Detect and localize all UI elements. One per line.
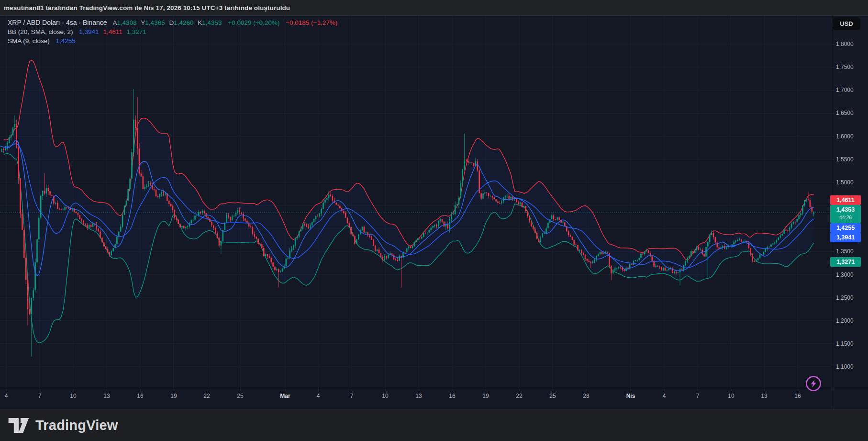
time-axis-label: 10 <box>721 392 742 400</box>
legend-symbol-row: XRP / ABD Doları · 4sa · Binance A1,4308… <box>8 18 337 27</box>
price-axis-tick <box>832 136 835 137</box>
time-axis-label: 4 <box>308 392 329 400</box>
time-axis-label: 10 <box>375 392 396 400</box>
price-axis-tick <box>832 251 835 252</box>
bb-lower-tag: 1,3271 <box>830 257 861 267</box>
time-axis-label: 28 <box>576 392 597 400</box>
change-positive: +0,0029 (+0,20%) <box>228 19 279 26</box>
price-axis-tick <box>832 344 835 344</box>
price-axis-label: 1,6000 <box>836 133 866 140</box>
high-prefix: Y <box>141 19 145 26</box>
time-axis-label: 7 <box>341 392 362 400</box>
price-axis-tick <box>832 159 835 160</box>
time-axis-label: 13 <box>96 392 117 400</box>
currency-toggle-button[interactable]: USD <box>833 17 860 30</box>
price-axis-tick <box>832 321 835 321</box>
price-axis-tick <box>832 67 835 68</box>
time-axis-label: 22 <box>509 392 530 400</box>
tradingview-logo-text[interactable]: TradingView <box>35 418 118 433</box>
time-axis-separator <box>0 389 868 389</box>
price-axis-label: 1,2000 <box>836 317 866 325</box>
time-axis-label: 19 <box>475 392 496 400</box>
price-axis-label: 1,8000 <box>836 40 866 48</box>
bb-label: BB (20, SMA, close, 2) <box>8 28 73 35</box>
bb-basis-tag: 1,3941 <box>830 233 861 242</box>
bb-basis-value: 1,3941 <box>79 28 99 35</box>
sma-label: SMA (9, close) <box>8 37 50 45</box>
time-axis-label: 16 <box>787 392 808 400</box>
grid-lines <box>0 16 832 389</box>
price-axis-label: 1,5000 <box>836 179 866 186</box>
attribution-bar: mesutinan81 tarafından TradingView.com i… <box>0 0 868 16</box>
price-axis-label: 1,2500 <box>836 294 866 302</box>
price-axis-label: 1,7500 <box>836 63 866 71</box>
low-prefix: D <box>169 19 174 26</box>
bb-lower-value: 1,3271 <box>126 28 146 35</box>
price-axis-tick <box>832 182 835 183</box>
close-value: 1,4353 <box>202 19 222 26</box>
last-price-tag: 1,435344:26 <box>830 205 861 223</box>
lightning-button[interactable] <box>805 375 822 392</box>
bb-upper-value: 1,4611 <box>103 28 122 35</box>
price-axis-tick <box>832 44 835 45</box>
sma-value: 1,4255 <box>56 37 76 45</box>
low-value: 1,4260 <box>174 19 193 26</box>
price-axis-label: 1,7000 <box>836 86 866 94</box>
legend-sma-row: SMA (9, close) 1,4255 <box>8 36 337 45</box>
candlesticks <box>0 89 814 357</box>
time-axis-label: 4 <box>654 392 675 400</box>
legend-bb-row: BB (20, SMA, close, 2) 1,3941 1,4611 1,3… <box>8 27 337 36</box>
chart-canvas[interactable] <box>0 0 868 441</box>
price-axis-label: 1,5500 <box>836 156 866 163</box>
time-axis-label: Mar <box>275 392 296 400</box>
price-axis-tick <box>832 90 835 90</box>
time-axis-label: 25 <box>542 392 563 400</box>
time-axis-label: 16 <box>442 392 463 400</box>
time-axis-label: 13 <box>754 392 775 400</box>
symbol-legend: XRP / ABD Doları · 4sa · Binance A1,4308… <box>8 18 337 45</box>
price-axis-tick <box>832 367 835 367</box>
symbol-title: XRP / ABD Doları · 4sa · Binance <box>8 19 107 26</box>
time-axis-label: Nis <box>620 392 641 400</box>
time-axis-label: 19 <box>163 392 184 400</box>
bb-upper-tag: 1,4611 <box>830 195 861 205</box>
high-value: 1,4365 <box>145 19 165 26</box>
change-negative: −0,0185 (−1,27%) <box>286 19 337 26</box>
price-axis-label: 1,3000 <box>836 271 866 279</box>
open-value: 1,4308 <box>117 19 137 26</box>
sma9-tag: 1,4255 <box>830 223 861 233</box>
time-axis-label: 7 <box>687 392 708 400</box>
time-axis-label: 4 <box>0 392 17 400</box>
time-axis-label: 13 <box>408 392 429 400</box>
time-axis-label: 16 <box>130 392 151 400</box>
attribution-text: mesutinan81 tarafından TradingView.com i… <box>4 4 290 11</box>
close-prefix: K <box>198 19 202 26</box>
price-axis-label: 1,1500 <box>836 340 866 348</box>
open-prefix: A <box>113 19 117 26</box>
price-axis-tick <box>832 298 835 298</box>
time-axis-label: 10 <box>63 392 84 400</box>
time-axis-label: 25 <box>230 392 251 400</box>
price-axis-tick <box>832 275 835 275</box>
price-axis-tick <box>832 113 835 113</box>
time-axis-label: 22 <box>196 392 217 400</box>
price-axis-label: 1,3500 <box>836 248 866 255</box>
footer-bar: TradingView <box>0 409 868 441</box>
price-axis-label: 1,6500 <box>836 109 866 117</box>
time-axis-label: 7 <box>29 392 50 400</box>
price-axis-label: 1,1000 <box>836 363 866 371</box>
bollinger-bands <box>4 60 814 343</box>
tradingview-logo-icon[interactable] <box>8 418 29 433</box>
